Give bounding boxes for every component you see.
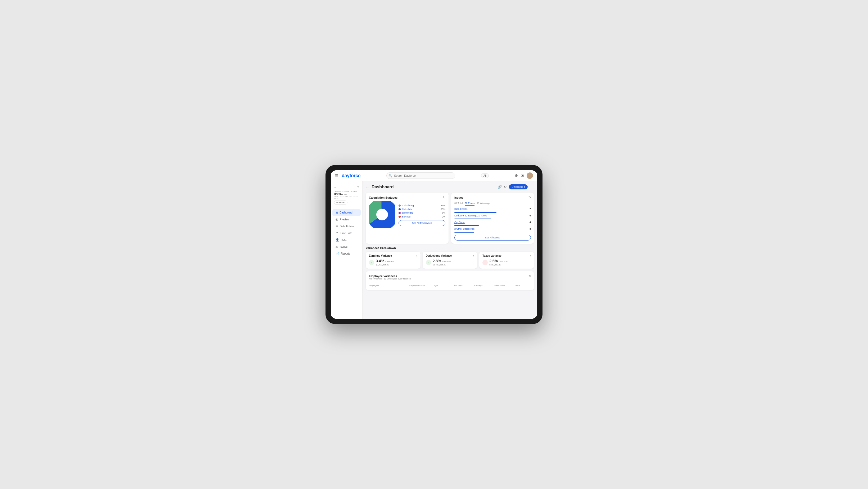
page-title: Dashboard bbox=[372, 184, 497, 190]
sidebar-item-issues[interactable]: ⚠ Issues bbox=[332, 243, 361, 250]
issue-row-org-setup: Org Setup 4 bbox=[454, 221, 531, 226]
sidebar-back-icon[interactable]: ← bbox=[334, 186, 337, 189]
back-button[interactable]: ← bbox=[366, 185, 369, 189]
sidebar-item-preview-label: Preview bbox=[340, 218, 349, 221]
unlocked-button[interactable]: Unlocked ▾ bbox=[509, 184, 528, 190]
issue-deductions-bar bbox=[454, 219, 491, 219]
calculation-statuses-header: Calculation Statuses ↻ bbox=[369, 196, 445, 199]
user-avatar[interactable] bbox=[527, 172, 533, 179]
tab-warnings[interactable]: 11 Warnings bbox=[476, 201, 490, 206]
sidebar-item-reports-label: Reports bbox=[341, 252, 350, 255]
legend-item-calculating: Calculating 33% bbox=[399, 204, 445, 207]
sidebar-item-data-entries[interactable]: ☰ Data Entries bbox=[332, 223, 361, 230]
dashboard-header: ← Dashboard 🔗 ↻ Unlocked ▾ ⋮ bbox=[366, 184, 534, 190]
settings-icon[interactable]: ⚙ bbox=[515, 173, 518, 178]
deductions-variance-card[interactable]: Deductions Variance › ↑ 2.8% Last run bbox=[423, 252, 477, 268]
calc-refresh-icon[interactable]: ↻ bbox=[443, 196, 445, 199]
issue-row-other: 2 Other Categories 3 bbox=[454, 228, 531, 233]
calculating-link[interactable]: Calculating bbox=[402, 204, 414, 207]
col-net-pay[interactable]: Net Pay ↓ bbox=[454, 285, 474, 287]
taxes-variance-pct: 2.6% bbox=[489, 259, 498, 263]
unlocked-label: Unlocked bbox=[512, 185, 523, 188]
mail-icon[interactable]: ✉ bbox=[521, 173, 524, 178]
committed-dot bbox=[399, 212, 401, 214]
more-options-button[interactable]: ⋮ bbox=[530, 184, 534, 190]
employee-variances-table-header: Employees Employee Status Type Net Pay ↓… bbox=[369, 283, 531, 287]
taxes-variance-title: Taxes Variance bbox=[483, 254, 501, 257]
calculated-link[interactable]: Calculated bbox=[402, 208, 413, 210]
issue-data-entries-link[interactable]: Data Entries bbox=[454, 208, 468, 210]
app-logo: dayforce bbox=[342, 173, 361, 178]
see-all-employees-button[interactable]: See All Employees bbox=[399, 220, 445, 226]
committed-pct: 0% bbox=[442, 212, 445, 214]
earnings-chevron-icon: › bbox=[416, 254, 417, 257]
screen: ☰ dayforce 🔍 All ⚙ ✉ bbox=[331, 170, 537, 319]
topbar-icons: ⚙ ✉ bbox=[515, 172, 533, 179]
sidebar-item-reports[interactable]: 📄 Reports bbox=[332, 250, 361, 257]
calculating-pct: 33% bbox=[441, 204, 445, 207]
sidebar-nav: ⊞ Dashboard ◎ Preview ☰ Data Entries ⏱ T… bbox=[331, 208, 362, 258]
employee-variances-card: Employee Variances 4% Threshold • 12 Emp… bbox=[366, 271, 534, 290]
preview-icon: ◎ bbox=[336, 218, 338, 221]
taxes-variance-header: Taxes Variance › bbox=[483, 254, 531, 257]
issue-deductions-link[interactable]: Deductions, Earnings, & Taxes bbox=[454, 214, 487, 217]
issues-tabs: 31 Total 20 Errors 11 Warnings bbox=[454, 201, 531, 206]
issue-row-deductions: Deductions, Earnings, & Taxes 6 bbox=[454, 214, 531, 219]
deductions-variance-amount: $1,463,515.62 bbox=[433, 264, 451, 266]
earnings-variance-card[interactable]: Earnings Variance › ↑ 3.4% Last run bbox=[366, 252, 421, 268]
sidebar-item-time-data-label: Time Data bbox=[340, 232, 352, 235]
legend-item-committed: Committed 0% bbox=[399, 212, 445, 214]
taxes-variance-card[interactable]: Taxes Variance › ↓ 2.6% Last run bbox=[479, 252, 534, 268]
earnings-variance-header: Earnings Variance › bbox=[369, 254, 417, 257]
issue-org-setup-bar bbox=[454, 225, 479, 226]
sidebar-expand-icon[interactable]: ⊡ bbox=[357, 185, 359, 189]
blocked-pct: 2% bbox=[442, 215, 445, 218]
issue-org-setup-link[interactable]: Org Setup bbox=[454, 221, 465, 224]
sidebar-item-dashboard[interactable]: ⊞ Dashboard bbox=[332, 209, 361, 216]
deductions-variance-pct: 2.8% bbox=[433, 259, 441, 263]
sidebar-header: ← ⊡ 08/31/2023 - 09/14/2023 US Stores PP… bbox=[331, 184, 362, 206]
see-all-issues-button[interactable]: See All Issues bbox=[454, 235, 531, 240]
pie-container: Calculating 33% Calculated 65% bbox=[369, 201, 445, 229]
roe-icon: 👤 bbox=[336, 238, 339, 241]
earnings-variance-value: ↑ 3.4% Last run $3,483,515.62 bbox=[369, 259, 417, 266]
hamburger-icon[interactable]: ☰ bbox=[335, 173, 338, 178]
issue-data-entries-count: 7 bbox=[530, 208, 531, 210]
tab-total[interactable]: 31 Total bbox=[454, 201, 463, 206]
legend-item-blocked: Blocked 2% bbox=[399, 215, 445, 218]
issues-title: Issues bbox=[454, 196, 463, 199]
issue-other-bar bbox=[454, 232, 474, 233]
calculation-statuses-title: Calculation Statuses bbox=[369, 196, 398, 199]
chevron-down-icon: ▾ bbox=[524, 185, 525, 188]
sidebar-store: US Stores bbox=[334, 193, 359, 196]
issue-other-link[interactable]: 2 Other Categories bbox=[454, 228, 474, 230]
earnings-variance-pct: 3.4% bbox=[376, 259, 384, 263]
calculation-legend: Calculating 33% Calculated 65% bbox=[399, 204, 445, 226]
sidebar-item-time-data[interactable]: ⏱ Time Data bbox=[332, 230, 361, 236]
col-type: Type bbox=[434, 285, 454, 287]
deductions-variance-label: Last run bbox=[442, 260, 451, 263]
pie-chart bbox=[369, 201, 395, 229]
sidebar-item-preview[interactable]: ◎ Preview bbox=[332, 216, 361, 223]
calculated-pct: 65% bbox=[441, 208, 445, 210]
calculation-statuses-card: Calculation Statuses ↻ bbox=[366, 193, 448, 244]
data-entries-icon: ☰ bbox=[336, 225, 338, 228]
link-icon[interactable]: 🔗 bbox=[497, 185, 502, 189]
col-employees: Employees bbox=[369, 285, 409, 287]
tab-errors[interactable]: 20 Errors bbox=[465, 201, 474, 206]
committed-link[interactable]: Committed bbox=[402, 212, 414, 214]
sidebar-meta: PPN 17:00 • Paid 09/17/2023 • CAD bbox=[334, 196, 359, 199]
content-area: ← Dashboard 🔗 ↻ Unlocked ▾ ⋮ bbox=[363, 181, 537, 319]
taxes-arrow-down-icon: ↓ bbox=[483, 260, 488, 265]
issues-refresh-icon[interactable]: ↻ bbox=[528, 196, 531, 199]
issue-deductions-count: 6 bbox=[530, 214, 531, 217]
search-input[interactable] bbox=[386, 172, 455, 179]
employee-variances-refresh-icon[interactable]: ↻ bbox=[528, 275, 531, 278]
search-filter-button[interactable]: All bbox=[481, 173, 489, 178]
sidebar-item-roe[interactable]: 👤 ROE bbox=[332, 236, 361, 243]
sidebar-item-roe-label: ROE bbox=[341, 238, 347, 241]
refresh-icon[interactable]: ↻ bbox=[504, 185, 507, 189]
earnings-variance-label: Last run bbox=[385, 260, 394, 263]
dashboard-actions: 🔗 ↻ Unlocked ▾ ⋮ bbox=[497, 184, 534, 190]
blocked-link[interactable]: Blocked bbox=[402, 215, 410, 218]
